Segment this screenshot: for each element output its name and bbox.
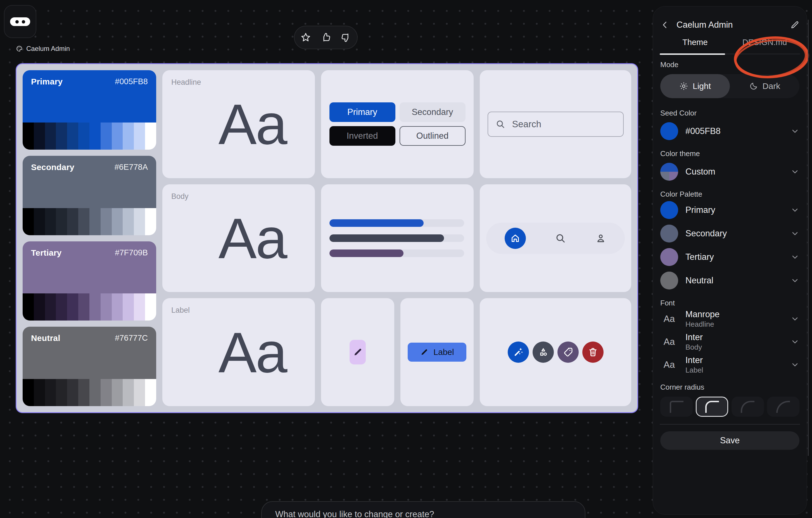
swatch-name: Secondary [31, 163, 74, 172]
font-section-label: Font [660, 299, 800, 307]
palette-row-secondary[interactable]: Secondary [660, 224, 800, 243]
prompt-input[interactable] [275, 509, 573, 518]
ramp-step [34, 122, 45, 149]
ramp-step [78, 293, 89, 321]
nav-item-search[interactable] [555, 233, 566, 244]
tab-theme[interactable]: Theme [660, 38, 730, 54]
swatch-hex: #76777C [115, 333, 148, 343]
corner-radius-option-lg[interactable] [767, 397, 800, 417]
ramp-step [45, 379, 56, 406]
sun-icon [679, 82, 688, 91]
progress-bar [329, 249, 464, 257]
ramp-step [78, 379, 89, 406]
search-input[interactable] [512, 118, 616, 130]
font-rows: AaManropeHeadlineAaInterBodyAaInterLabel [660, 307, 800, 376]
panel-scrollbar[interactable] [808, 20, 809, 456]
chevron-down-icon [790, 276, 800, 285]
inverted-button[interactable]: Inverted [329, 126, 396, 146]
corner-radius-option-sm[interactable] [696, 397, 728, 417]
ramp-step [67, 208, 78, 235]
ramp-step [134, 293, 145, 321]
ramp-step [100, 122, 112, 149]
save-button[interactable]: Save [660, 431, 800, 450]
progress-bar [329, 235, 464, 242]
mode-option-dark[interactable]: Dark [730, 74, 800, 98]
shapes-icon [538, 347, 549, 357]
magic-wand-button[interactable] [508, 342, 529, 363]
thumbs-up-icon [320, 32, 331, 43]
active-tab-underline [660, 53, 725, 55]
swatch-card-primary[interactable]: Primary#005FB8 [23, 70, 156, 149]
primary-button[interactable]: Primary [329, 102, 396, 122]
trash-button[interactable] [582, 342, 604, 363]
tonal-ramp [23, 122, 156, 149]
swatch-hex: #7F709B [115, 248, 148, 257]
app-logo-button[interactable] [4, 5, 36, 38]
secondary-button[interactable]: Secondary [400, 102, 465, 122]
label-button[interactable]: Label [408, 343, 466, 362]
ramp-step [23, 208, 34, 235]
edit-chip[interactable] [350, 340, 366, 364]
corner-radius-option-xs[interactable] [660, 397, 693, 417]
palette-swatch [660, 201, 678, 219]
palette-row-tertiary[interactable]: Tertiary [660, 247, 800, 267]
feedback-toolbar [294, 26, 358, 49]
color-theme-label: Color theme [660, 149, 800, 158]
ramp-step [67, 293, 78, 321]
ramp-step [89, 379, 100, 406]
ramp-step [67, 122, 78, 149]
palette-row-neutral[interactable]: Neutral [660, 271, 800, 290]
prompt-bar [261, 501, 585, 518]
palette-swatch [660, 272, 678, 290]
font-row-headline[interactable]: AaManropeHeadline [660, 307, 800, 330]
swatch-card-neutral[interactable]: Neutral#76777C [23, 327, 156, 406]
tag-icon [563, 347, 573, 357]
mode-option-light[interactable]: Light [660, 74, 730, 98]
font-role: Headline [686, 320, 783, 329]
search-field[interactable] [488, 112, 624, 137]
nav-item-home-active[interactable] [505, 228, 526, 249]
ramp-step [145, 293, 156, 321]
edit-pencil-icon[interactable] [790, 20, 800, 30]
seed-color-swatch [660, 122, 678, 140]
palette-row-primary[interactable]: Primary [660, 200, 800, 220]
back-chevron-icon[interactable] [660, 20, 670, 30]
corner-radius-label: Corner radius [660, 383, 800, 391]
ramp-step [145, 379, 156, 406]
ramp-step [67, 379, 78, 406]
chevron-down-icon [790, 252, 800, 262]
buttons-card: Primary Secondary Inverted Outlined [321, 70, 474, 178]
shapes-button[interactable] [532, 342, 554, 363]
thumbs-up-icon[interactable] [320, 32, 331, 43]
ramp-step [45, 293, 56, 321]
panel-tabs: Theme DESIGN.md [660, 38, 800, 54]
font-sample-aa: Aa [660, 336, 678, 347]
nav-item-person[interactable] [595, 233, 606, 244]
person-icon [595, 233, 606, 244]
outlined-button[interactable]: Outlined [400, 126, 465, 146]
corner-radius-option-md[interactable] [731, 397, 764, 417]
design-canvas[interactable]: Primary#005FB8Secondary#6E778ATertiary#7… [16, 63, 638, 413]
swatch-name: Primary [31, 77, 63, 86]
seed-color-row[interactable]: #005FB8 [660, 121, 800, 141]
tab-design-md[interactable]: DESIGN.md [730, 38, 800, 54]
thumbs-down-icon[interactable] [341, 32, 351, 43]
star-icon[interactable] [300, 32, 311, 43]
ramp-step [112, 379, 123, 406]
nav-bar [486, 223, 625, 254]
ramp-step [56, 293, 67, 321]
color-theme-row[interactable]: Custom [660, 162, 800, 182]
tag-button[interactable] [557, 342, 579, 363]
ramp-step [23, 379, 34, 406]
ramp-step [123, 122, 134, 149]
swatch-card-tertiary[interactable]: Tertiary#7F709B [23, 241, 156, 321]
icon-buttons-card [480, 298, 631, 406]
swatch-card-secondary[interactable]: Secondary#6E778A [23, 156, 156, 235]
font-name: Manrope [686, 309, 783, 320]
font-name: Inter [686, 332, 783, 342]
swatch-column: Primary#005FB8Secondary#6E778ATertiary#7… [23, 70, 156, 406]
ramp-step [100, 293, 112, 321]
font-row-label[interactable]: AaInterLabel [660, 353, 800, 376]
body-type-card: Body Aa [162, 184, 315, 292]
font-row-body[interactable]: AaInterBody [660, 330, 800, 353]
